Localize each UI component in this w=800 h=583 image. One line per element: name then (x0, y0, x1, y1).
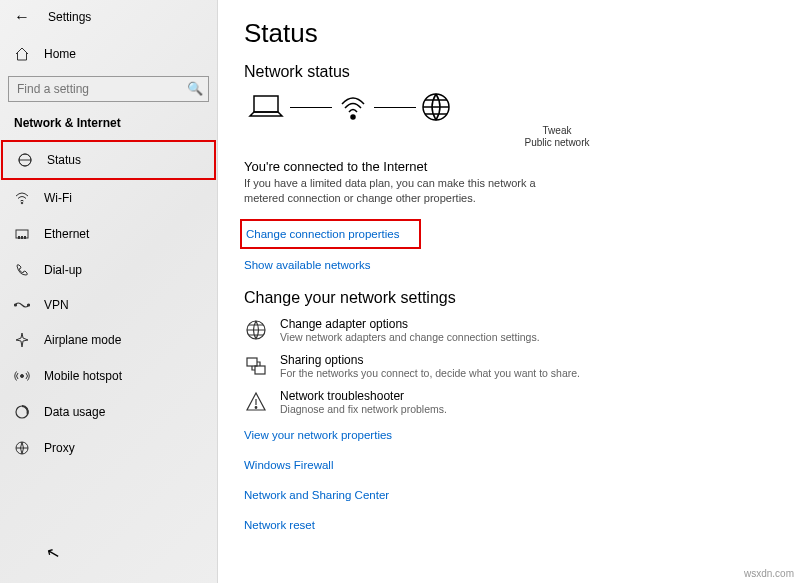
show-available-networks-link[interactable]: Show available networks (244, 259, 371, 271)
svg-rect-11 (254, 96, 278, 112)
svg-point-18 (255, 406, 257, 408)
svg-rect-4 (21, 236, 23, 239)
search-icon: 🔍 (187, 81, 203, 96)
sidebar-item-vpn[interactable]: VPN (0, 288, 217, 322)
option-title: Change adapter options (280, 317, 540, 331)
change-network-settings-section: Change your network settings Change adap… (244, 289, 774, 535)
wifi-router-icon (336, 92, 370, 122)
nav-label: Data usage (44, 405, 105, 419)
back-icon[interactable]: ← (14, 8, 30, 26)
search-wrapper: 🔍 (8, 76, 209, 102)
option-title: Sharing options (280, 353, 580, 367)
app-title: Settings (48, 10, 91, 24)
sidebar: ← Settings Home 🔍 Network & Internet Sta… (0, 0, 218, 583)
home-icon (14, 46, 30, 62)
diagram-line (374, 107, 416, 108)
network-status-heading: Network status (244, 63, 774, 81)
ethernet-icon (14, 226, 30, 242)
nav-label: Dial-up (44, 263, 82, 277)
nav-label: Mobile hotspot (44, 369, 122, 383)
category-heading: Network & Internet (0, 112, 217, 140)
sidebar-item-hotspot[interactable]: Mobile hotspot (0, 358, 217, 394)
nav-label: VPN (44, 298, 69, 312)
sharing-icon (244, 355, 268, 377)
airplane-icon (14, 332, 30, 348)
sidebar-item-status[interactable]: Status (1, 140, 216, 180)
option-desc: For the networks you connect to, decide … (280, 367, 580, 379)
proxy-icon (14, 440, 30, 456)
network-sharing-center-link[interactable]: Network and Sharing Center (244, 489, 774, 501)
page-title: Status (244, 18, 774, 49)
svg-point-7 (28, 304, 30, 306)
view-network-properties-link[interactable]: View your network properties (244, 429, 774, 441)
hotspot-icon (14, 368, 30, 384)
svg-rect-16 (255, 366, 265, 374)
nav-list: Status Wi-Fi Ethernet Dial-up VPN (0, 140, 217, 466)
nav-label: Airplane mode (44, 333, 121, 347)
nav-label: Proxy (44, 441, 75, 455)
option-adapter[interactable]: Change adapter options View network adap… (244, 317, 774, 343)
option-troubleshooter[interactable]: Network troubleshooter Diagnose and fix … (244, 389, 774, 415)
network-name: Tweak (340, 125, 774, 137)
nav-label: Ethernet (44, 227, 89, 241)
wifi-icon (14, 190, 30, 206)
connected-description: If you have a limited data plan, you can… (244, 176, 564, 207)
adapter-icon (244, 319, 268, 341)
search-input[interactable] (8, 76, 209, 102)
troubleshooter-icon (244, 391, 268, 413)
diagram-line (290, 107, 332, 108)
sidebar-item-ethernet[interactable]: Ethernet (0, 216, 217, 252)
sidebar-item-home[interactable]: Home (0, 38, 217, 70)
home-label: Home (44, 47, 76, 61)
svg-point-1 (21, 202, 23, 204)
vpn-icon (14, 298, 30, 312)
globe-icon (420, 91, 452, 123)
watermark: wsxdn.com (744, 568, 794, 579)
option-desc: View network adapters and change connect… (280, 331, 540, 343)
sidebar-item-datausage[interactable]: Data usage (0, 394, 217, 430)
option-desc: Diagnose and fix network problems. (280, 403, 447, 415)
nav-label: Status (47, 153, 81, 167)
network-type: Public network (340, 137, 774, 149)
connected-heading: You're connected to the Internet (244, 159, 774, 174)
sidebar-item-dialup[interactable]: Dial-up (0, 252, 217, 288)
diagram-caption: Tweak Public network (340, 125, 774, 149)
main-content: Status Network status Tweak Public netwo… (218, 0, 800, 583)
network-reset-link[interactable]: Network reset (244, 519, 774, 531)
laptop-icon (246, 92, 286, 122)
option-sharing[interactable]: Sharing options For the networks you con… (244, 353, 774, 379)
window-topbar: ← Settings (0, 6, 217, 34)
links-list: View your network properties Windows Fir… (244, 425, 774, 535)
sidebar-item-proxy[interactable]: Proxy (0, 430, 217, 466)
change-connection-properties-highlight: Change connection properties (240, 219, 421, 249)
network-diagram (246, 91, 774, 123)
svg-point-8 (21, 375, 24, 378)
windows-firewall-link[interactable]: Windows Firewall (244, 459, 774, 471)
svg-point-12 (351, 115, 355, 119)
data-icon (14, 404, 30, 420)
sidebar-item-wifi[interactable]: Wi-Fi (0, 180, 217, 216)
option-title: Network troubleshooter (280, 389, 447, 403)
status-icon (17, 152, 33, 168)
dialup-icon (14, 262, 30, 278)
change-connection-properties-link[interactable]: Change connection properties (246, 228, 399, 240)
sidebar-item-airplane[interactable]: Airplane mode (0, 322, 217, 358)
svg-rect-5 (24, 236, 26, 239)
nav-label: Wi-Fi (44, 191, 72, 205)
svg-rect-3 (18, 236, 20, 239)
svg-point-6 (15, 304, 17, 306)
change-settings-heading: Change your network settings (244, 289, 774, 307)
svg-rect-15 (247, 358, 257, 366)
